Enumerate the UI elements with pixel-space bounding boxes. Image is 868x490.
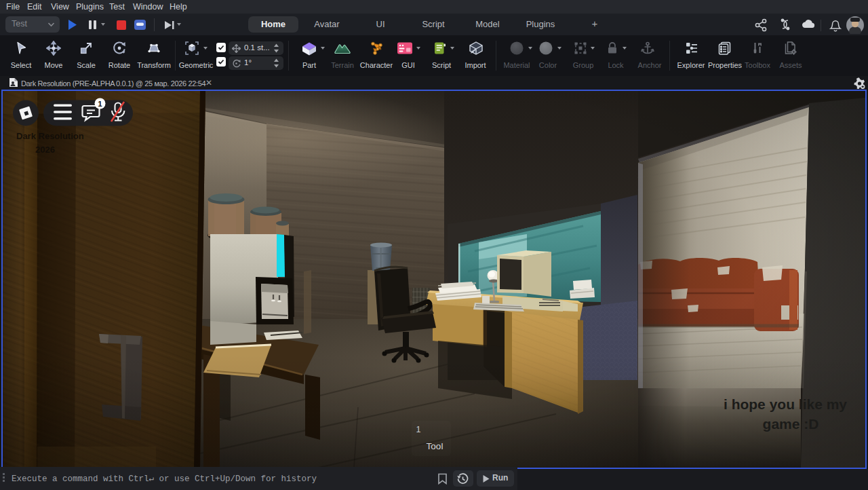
svg-text:Dark Resolution: Dark Resolution <box>16 131 84 141</box>
svg-text:1: 1 <box>416 425 421 434</box>
svg-text:2026: 2026 <box>35 145 55 155</box>
svg-text:1: 1 <box>98 100 102 108</box>
svg-text:Tool: Tool <box>427 441 443 451</box>
svg-text:i hope you like my: i hope you like my <box>724 396 847 412</box>
svg-text:game :D: game :D <box>763 416 819 432</box>
